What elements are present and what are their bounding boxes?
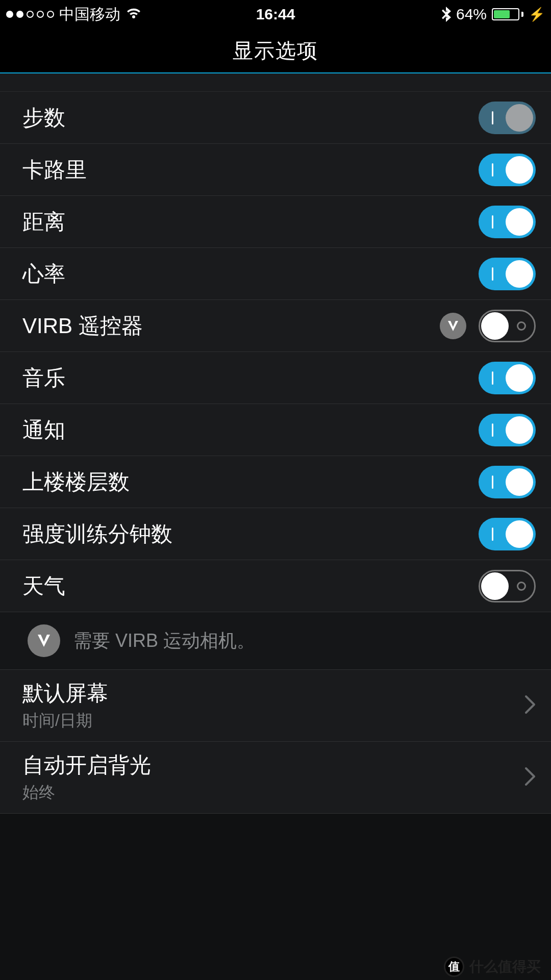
virb-note: 需要 VIRB 运动相机。 <box>0 612 551 670</box>
option-label: 距离 <box>22 208 65 236</box>
status-right: 64% ⚡ <box>442 6 545 23</box>
list-item: 天气 <box>0 560 551 612</box>
toggle-switch[interactable] <box>479 102 536 134</box>
option-label: 音乐 <box>22 364 65 392</box>
list-item: 步数 <box>0 92 551 144</box>
chevron-right-icon <box>524 695 536 716</box>
option-label: 心率 <box>22 260 65 288</box>
option-label: 强度训练分钟数 <box>22 520 172 548</box>
toggle-switch[interactable] <box>479 570 536 602</box>
status-bar: 中国移动 16:44 64% ⚡ <box>0 0 551 29</box>
list-item: 卡路里 <box>0 144 551 196</box>
watermark-text: 什么值得买 <box>469 957 541 976</box>
option-label: VIRB 遥控器 <box>22 312 143 340</box>
list-item: 音乐 <box>0 352 551 404</box>
toggle-switch[interactable] <box>479 466 536 498</box>
list-item: VIRB 遥控器 <box>0 300 551 352</box>
page-title: 显示选项 <box>233 37 318 65</box>
list-item: 强度训练分钟数 <box>0 508 551 560</box>
virb-note-text: 需要 VIRB 运动相机。 <box>73 629 255 654</box>
watermark: 值 什么值得买 <box>444 957 541 977</box>
chevron-right-icon <box>524 767 536 788</box>
bluetooth-icon <box>442 7 451 22</box>
clock-label: 16:44 <box>256 6 295 23</box>
list-item-peek <box>0 73 551 92</box>
option-label: 通知 <box>22 416 65 444</box>
nav-row-title: 自动开启背光 <box>22 751 151 780</box>
toggle-switch[interactable] <box>479 206 536 238</box>
battery-icon <box>492 8 523 20</box>
carrier-label: 中国移动 <box>59 4 120 25</box>
toggle-switch[interactable] <box>479 154 536 186</box>
nav-header: 显示选项 <box>0 29 551 73</box>
option-label: 天气 <box>22 572 65 600</box>
toggle-switch[interactable] <box>479 310 536 342</box>
settings-list[interactable]: 步数卡路里距离心率VIRB 遥控器音乐通知上楼楼层数强度训练分钟数天气 需要 V… <box>0 73 551 814</box>
toggle-switch[interactable] <box>479 258 536 290</box>
list-item: 上楼楼层数 <box>0 456 551 508</box>
list-item: 距离 <box>0 196 551 248</box>
list-item: 心率 <box>0 248 551 300</box>
nav-row-subtitle: 时间/日期 <box>22 710 108 732</box>
signal-dots <box>6 11 54 18</box>
toggle-switch[interactable] <box>479 518 536 550</box>
battery-pct-label: 64% <box>456 6 487 23</box>
toggle-switch[interactable] <box>479 414 536 446</box>
watermark-badge: 值 <box>444 957 464 977</box>
virb-badge-icon <box>440 313 466 339</box>
nav-row[interactable]: 自动开启背光始终 <box>0 742 551 814</box>
toggle-switch[interactable] <box>479 362 536 394</box>
option-label: 步数 <box>22 104 65 132</box>
nav-row[interactable]: 默认屏幕时间/日期 <box>0 670 551 742</box>
wifi-icon <box>126 8 142 20</box>
charging-icon: ⚡ <box>529 7 545 22</box>
nav-row-title: 默认屏幕 <box>22 679 108 708</box>
virb-badge-icon <box>28 624 60 657</box>
nav-row-subtitle: 始终 <box>22 782 151 804</box>
status-left: 中国移动 <box>6 4 142 25</box>
list-item: 通知 <box>0 404 551 456</box>
option-label: 上楼楼层数 <box>22 468 130 496</box>
option-label: 卡路里 <box>22 156 87 184</box>
